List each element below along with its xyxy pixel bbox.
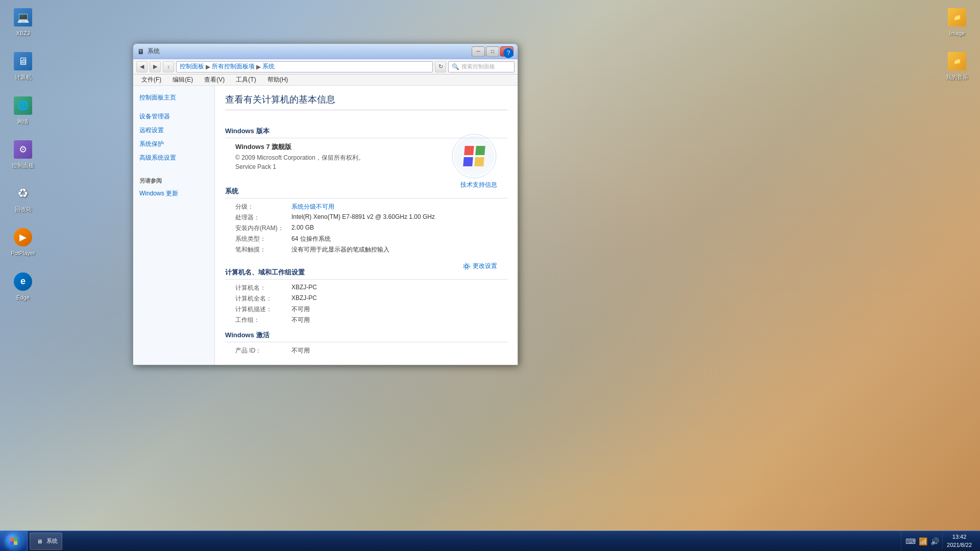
taskbar-clock[interactable]: 13:42 2021/8/22: [942, 533, 976, 549]
computer-fullname-row: 计算机全名： XBZJ-PC: [225, 294, 507, 303]
computer-icon: 🖥: [13, 51, 33, 71]
up-button[interactable]: ↑: [163, 61, 174, 72]
computer-name-row: 计算机名： XBZJ-PC: [225, 284, 507, 292]
desktop-icon-edge[interactable]: e Edge: [5, 269, 41, 303]
rating-value[interactable]: 系统分级不可用: [291, 203, 334, 211]
search-placeholder: 搜索控制面板: [461, 63, 495, 70]
start-button[interactable]: [0, 531, 28, 551]
change-settings-container: 更改设置: [462, 262, 497, 270]
breadcrumb-system[interactable]: 系统: [262, 62, 275, 71]
windows-start-icon: [8, 536, 19, 547]
desktop-icon-potplayer[interactable]: ▶ PotPlayer: [5, 225, 41, 259]
change-settings-link[interactable]: 更改设置: [473, 262, 497, 270]
menu-help[interactable]: 帮助(H): [263, 74, 292, 85]
sidebar-item-advanced[interactable]: 高级系统设置: [133, 151, 214, 165]
computer-desc-value: 不可用: [291, 305, 310, 314]
window-title: 系统: [148, 47, 472, 56]
menu-view[interactable]: 查看(V): [200, 74, 229, 85]
address-field[interactable]: 控制面板 ▶ 所有控制面板项 ▶ 系统: [176, 61, 433, 72]
windows-logo: [451, 133, 497, 179]
processor-value: Intel(R) Xeno(TM) E7-8891 v2 @ 3.60GHz 1…: [291, 213, 435, 222]
desktop-icons-left: 💻 XBZJ 🖥 计算机 🌐 网络 ⚙ 控制面板 ♻ 回收站: [5, 5, 41, 303]
product-id-value: 不可用: [291, 346, 310, 355]
computer-desc-label: 计算机描述：: [235, 305, 291, 314]
computer-fullname-label: 计算机全名：: [235, 294, 291, 303]
recycle-label: 回收站: [15, 206, 32, 213]
desktop-icon-recycle[interactable]: ♻ 回收站: [5, 181, 41, 215]
desktop-icon-computer[interactable]: 🖥 计算机: [5, 49, 41, 83]
controlpanel-label: 控制面板: [12, 162, 34, 169]
tray-volume-icon[interactable]: 🔊: [930, 537, 939, 545]
activation-section: Windows 激活 产品 ID： 不可用: [225, 331, 507, 355]
xbzj-label: XBZJ: [16, 30, 30, 37]
pen-touch-row: 笔和触摸： 没有可用于此显示器的笔或触控输入: [225, 245, 507, 254]
menu-file[interactable]: 文件(F): [137, 74, 165, 85]
desktop-icon-image[interactable]: 📁 Image: [939, 5, 975, 39]
workgroup-label: 工作组：: [235, 316, 291, 324]
desktop-icon-network[interactable]: 🌐 网络: [5, 93, 41, 127]
window-content: 控制面板主页 设备管理器 远程设置 系统保护 高级系统设置 另请参阅 Windo…: [133, 86, 518, 365]
tray-network-icon[interactable]: 📶: [919, 537, 927, 545]
mymusic-label: 我的音乐: [946, 73, 968, 81]
network-icon: 🌐: [13, 95, 33, 116]
desktop-icon-mymusic[interactable]: 📁 我的音乐: [939, 49, 975, 83]
svg-point-3: [463, 263, 470, 269]
rating-row: 分级： 系统分级不可用: [225, 203, 507, 211]
workgroup-row: 工作组： 不可用: [225, 316, 507, 324]
workgroup-value: 不可用: [291, 316, 310, 324]
desktop-icon-xbzj[interactable]: 💻 XBZJ: [5, 5, 41, 39]
back-button[interactable]: ◀: [136, 61, 148, 72]
main-panel: ? 查看有关计算机的基本信息 Windows 版本: [215, 86, 518, 365]
desktop-icons-right: 📁 Image 📁 我的音乐: [939, 5, 975, 83]
windows-version-section: Windows 版本: [225, 118, 507, 170]
sidebar-item-home[interactable]: 控制面板主页: [133, 91, 214, 105]
system-tray: ⌨ 📶 🔊 13:42 2021/8/22: [901, 531, 980, 551]
also-see-title: 另请参阅: [133, 175, 214, 187]
tray-keyboard-icon[interactable]: ⌨: [905, 537, 916, 545]
search-icon: 🔍: [452, 63, 459, 70]
tech-support-link[interactable]: 技术支持信息: [460, 181, 497, 189]
xbzj-icon: 💻: [13, 7, 33, 28]
edge-label: Edge: [16, 294, 30, 301]
menu-tools[interactable]: 工具(T): [232, 74, 260, 85]
search-box[interactable]: 🔍 搜索控制面板: [448, 61, 514, 72]
ram-row: 安装内存(RAM)： 2.00 GB: [225, 224, 507, 233]
sidebar-item-windows-update[interactable]: Windows 更新: [133, 187, 214, 201]
mymusic-icon: 📁: [947, 51, 967, 71]
menu-edit[interactable]: 编辑(E): [168, 74, 197, 85]
computer-name-section: 计算机名、域和工作组设置 更改设置 计算机名： XBZJ-PC: [225, 259, 507, 324]
computer-desc-row: 计算机描述： 不可用: [225, 305, 507, 314]
edge-icon: e: [13, 271, 33, 292]
sidebar-item-protection[interactable]: 系统保护: [133, 137, 214, 151]
network-label: 网络: [17, 118, 29, 125]
system-properties-window: 🖥 系统 ─ □ ✕ ◀ ▶ ↑ 控制面板 ▶ 所有控制面板项 ▶ 系统 ↻ 🔍: [133, 43, 518, 365]
sidebar: 控制面板主页 设备管理器 远程设置 系统保护 高级系统设置 另请参阅 Windo…: [133, 86, 215, 365]
breadcrumb-controlpanel[interactable]: 控制面板: [180, 62, 204, 71]
breadcrumb-all[interactable]: 所有控制面板项: [212, 62, 255, 71]
window-titlebar[interactable]: 🖥 系统 ─ □ ✕: [133, 44, 518, 59]
system-type-label: 系统类型：: [235, 235, 291, 243]
clock-date: 2021/8/22: [947, 541, 972, 549]
refresh-button[interactable]: ↻: [435, 61, 446, 72]
sidebar-item-remote[interactable]: 远程设置: [133, 123, 214, 137]
system-section: 系统 技术支持信息 分级： 系统分级不可用 处理器： Intel(R) Xeno…: [225, 178, 507, 254]
processor-row: 处理器： Intel(R) Xeno(TM) E7-8891 v2 @ 3.60…: [225, 213, 507, 222]
sidebar-item-device-manager[interactable]: 设备管理器: [133, 110, 214, 123]
system-type-value: 64 位操作系统: [291, 235, 331, 243]
rating-label: 分级：: [235, 203, 291, 211]
desktop-icon-controlpanel[interactable]: ⚙ 控制面板: [5, 137, 41, 171]
potplayer-icon: ▶: [13, 227, 33, 247]
processor-label: 处理器：: [235, 213, 291, 222]
minimize-button[interactable]: ─: [472, 46, 485, 57]
pen-touch-value: 没有可用于此显示器的笔或触控输入: [291, 245, 389, 254]
ram-label: 安装内存(RAM)：: [235, 224, 291, 233]
pen-touch-label: 笔和触摸：: [235, 245, 291, 254]
maximize-button[interactable]: □: [486, 46, 499, 57]
activation-header: Windows 激活: [225, 331, 507, 342]
clock-time: 13:42: [947, 533, 972, 541]
recycle-icon: ♻: [13, 183, 33, 204]
taskbar: 🖥 系统 ⌨ 📶 🔊 13:42 2021/8/22: [0, 531, 980, 551]
desktop: 💻 XBZJ 🖥 计算机 🌐 网络 ⚙ 控制面板 ♻ 回收站: [0, 0, 980, 551]
forward-button[interactable]: ▶: [150, 61, 161, 72]
taskbar-item-system[interactable]: 🖥 系统: [30, 533, 62, 550]
